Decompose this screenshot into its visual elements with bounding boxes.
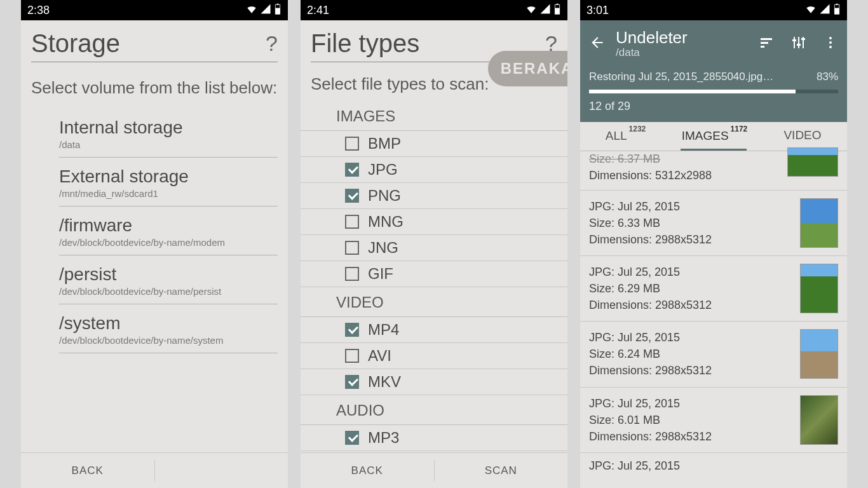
filetype-item[interactable]: BMP: [301, 131, 567, 157]
progress-bar: [589, 90, 838, 93]
filetype-item[interactable]: MP4: [301, 317, 567, 343]
volume-item[interactable]: Internal storage /data: [21, 109, 288, 158]
filetype-list[interactable]: IMAGES BMP JPG PNG MNG JNG GIFVIDEO MP4: [301, 101, 567, 477]
svg-rect-1: [275, 8, 280, 14]
result-item[interactable]: JPG: Jul 25, 2015 Size: 6.01 MB Dimensio…: [580, 388, 847, 453]
filetype-item[interactable]: MNG: [301, 209, 567, 235]
svg-rect-17: [801, 38, 805, 40]
volume-item[interactable]: /persist /dev/block/bootdevice/by-name/p…: [21, 255, 288, 304]
checkbox-icon[interactable]: [345, 163, 359, 177]
filetype-item[interactable]: MKV: [301, 369, 567, 395]
checkbox-icon[interactable]: [345, 375, 359, 389]
signal-icon: [819, 3, 831, 18]
filetype-item[interactable]: AVI: [301, 343, 567, 369]
checkbox-icon[interactable]: [345, 267, 359, 281]
volume-path: /dev/block/bootdevice/by-name/modem: [59, 237, 278, 248]
filetype-category: IMAGES: [301, 101, 567, 131]
filetype-item[interactable]: GIF: [301, 261, 567, 287]
filetype-item[interactable]: JPG: [301, 157, 567, 183]
restoring-percent: 83%: [817, 71, 838, 83]
filetype-label: MP4: [368, 321, 399, 339]
watermark-badge: BERAKAL: [488, 51, 567, 86]
svg-rect-10: [761, 42, 768, 44]
results-list[interactable]: Size: 6.37 MB Dimensions: 5312x2988 JPG:…: [580, 151, 847, 473]
thumbnail: [800, 395, 838, 445]
filetype-category: AUDIO: [301, 395, 567, 425]
volume-name: External storage: [59, 166, 278, 187]
svg-rect-13: [798, 37, 799, 48]
filetype-item[interactable]: PNG: [301, 183, 567, 209]
checkbox-icon[interactable]: [345, 431, 359, 445]
filetype-label: AVI: [368, 347, 391, 365]
tab-all[interactable]: ALL1232: [580, 122, 669, 151]
clock: 2:41: [307, 4, 526, 17]
result-text: JPG: Jul 25, 2015 Size: 6.01 MB Dimensio…: [589, 395, 791, 445]
filetype-item[interactable]: MP3: [301, 425, 567, 451]
restore-status: Restoring Jul 25, 2015_2855040.jpg… 83%: [589, 71, 838, 83]
action-icons: [759, 35, 838, 53]
volume-item[interactable]: /system /dev/block/bootdevice/by-name/sy…: [21, 304, 288, 353]
volume-name: /persist: [59, 264, 278, 285]
result-type-date: JPG: Jul 25, 2015: [589, 395, 791, 412]
filter-icon[interactable]: [791, 35, 806, 53]
result-size: Size: 6.33 MB: [589, 215, 791, 231]
result-dimensions: Dimensions: 2988x5312: [589, 297, 791, 313]
progress-counter: 12 of 29: [589, 100, 838, 113]
volume-path: /data: [59, 139, 278, 150]
tab-video[interactable]: VIDEO: [758, 122, 847, 151]
checkbox-icon[interactable]: [345, 215, 359, 229]
filetype-label: MKV: [368, 373, 401, 391]
tab-count: 1232: [629, 125, 646, 133]
volume-name: /system: [59, 313, 278, 334]
svg-point-18: [829, 37, 832, 39]
progress-fill: [589, 90, 796, 93]
filetype-label: GIF: [368, 265, 393, 283]
thumbnail: [800, 198, 838, 248]
svg-rect-7: [834, 8, 839, 14]
checkbox-icon[interactable]: [345, 241, 359, 255]
filetype-label: MNG: [368, 213, 403, 231]
result-item[interactable]: JPG: Jul 25, 2015 Size: 6.24 MB Dimensio…: [580, 322, 847, 387]
result-type-date: JPG: Jul 25, 2015: [589, 198, 791, 215]
back-icon[interactable]: [589, 34, 606, 53]
result-text: JPG: Jul 25, 2015 Size: 6.29 MB Dimensio…: [589, 264, 791, 313]
volume-item[interactable]: External storage /mnt/media_rw/sdcard1: [21, 158, 288, 207]
volume-item[interactable]: /firmware /dev/block/bootdevice/by-name/…: [21, 207, 288, 255]
overflow-menu-icon[interactable]: [823, 35, 838, 53]
result-item[interactable]: JPG: Jul 25, 2015 Size: 6.29 MB Dimensio…: [580, 256, 847, 322]
filetype-item[interactable]: JNG: [301, 235, 567, 261]
result-item-partial-bottom[interactable]: JPG: Jul 25, 2015: [580, 453, 847, 473]
volume-path: /dev/block/bootdevice/by-name/system: [59, 335, 278, 346]
wifi-icon: [246, 3, 257, 18]
result-item[interactable]: JPG: Jul 25, 2015 Size: 6.33 MB Dimensio…: [580, 191, 847, 256]
page-subtitle: Select volume from the list below:: [21, 62, 288, 105]
help-icon[interactable]: ?: [266, 31, 278, 56]
status-icons: [246, 3, 281, 18]
result-item-partial-top[interactable]: Size: 6.37 MB Dimensions: 5312x2988: [580, 151, 847, 190]
checkbox-icon[interactable]: [345, 189, 359, 203]
tab-label: IMAGES: [682, 129, 729, 142]
svg-rect-8: [836, 3, 838, 4]
scan-button[interactable]: SCAN: [435, 453, 568, 488]
filetype-label: JPG: [368, 161, 398, 179]
screen-filetypes: 2:41 File types ? Select file types to s…: [301, 0, 567, 488]
screen-results: 3:01 Undeleter /data Restoring Jul 25, 2…: [580, 0, 847, 488]
checkbox-icon[interactable]: [345, 323, 359, 337]
signal-icon: [539, 3, 551, 18]
result-text: JPG: Jul 25, 2015 Size: 6.24 MB Dimensio…: [589, 329, 791, 379]
status-bar: 2:38: [21, 0, 288, 20]
result-size: Size: 6.37 MB: [589, 151, 712, 167]
filetype-category: VIDEO: [301, 287, 567, 317]
volume-path: /dev/block/bootdevice/by-name/persist: [59, 286, 278, 297]
svg-point-20: [829, 46, 832, 48]
checkbox-icon[interactable]: [345, 137, 359, 151]
back-button[interactable]: BACK: [301, 453, 434, 488]
tab-label: ALL: [606, 129, 627, 142]
status-icons: [805, 3, 841, 18]
back-button[interactable]: BACK: [21, 453, 154, 488]
svg-rect-11: [761, 46, 764, 48]
sort-icon[interactable]: [759, 35, 775, 53]
tab-images[interactable]: IMAGES1172: [669, 122, 758, 151]
titles: Undeleter /data: [616, 28, 688, 59]
checkbox-icon[interactable]: [345, 349, 359, 363]
